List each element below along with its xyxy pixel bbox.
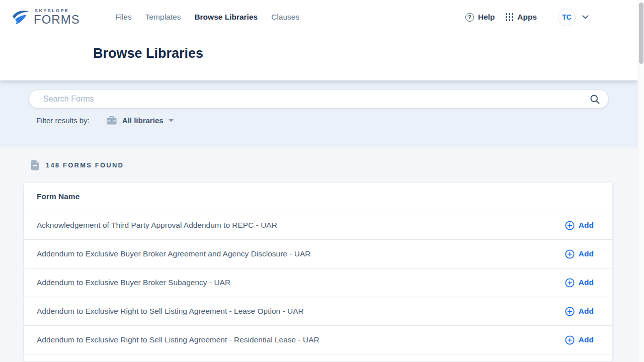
results-section: 148 FORMS FOUND Form Name Acknowledgemen… [0,147,638,362]
scrollbar[interactable] [638,0,644,362]
add-label: Add [579,249,594,258]
add-form-button[interactable]: Add [565,278,594,288]
table-row: Addendum to Exclusive Buyer Broker Agree… [24,239,612,268]
search-icon [590,94,600,105]
nav-item-browse-libraries[interactable]: Browse Libraries [194,13,258,22]
plus-circle-icon [565,335,575,345]
form-name: Addendum to Exclusive Right to Sell List… [37,307,304,316]
nav-item-templates[interactable]: Templates [145,13,181,22]
search-bar [29,89,609,109]
add-label: Add [579,221,594,230]
results-count-row: 148 FORMS FOUND [31,160,638,170]
form-name: Acknowledgement of Third Party Approval … [37,221,277,230]
apps-label: Apps [517,13,537,22]
table-row: Addendum to Exclusive Right to Sell List… [24,297,612,325]
page: SKYSLOPE FORMS Files Templates Browse Li… [0,0,638,362]
form-name: Addendum to Exclusive Right to Sell List… [37,335,319,344]
header-actions: ? Help Apps TC [465,9,589,26]
app-header: SKYSLOPE FORMS Files Templates Browse Li… [0,0,638,80]
apps-button[interactable]: Apps [506,13,537,22]
table-column-header: Form Name [24,183,612,211]
filter-label: Filter results by: [36,116,90,125]
document-icon [31,160,39,170]
user-avatar[interactable]: TC [558,9,576,26]
add-form-button[interactable]: Add [565,335,594,345]
add-form-button[interactable]: Add [565,221,594,230]
search-input[interactable] [43,95,590,104]
main-nav: Files Templates Browse Libraries Clauses [115,13,299,22]
search-section: Filter results by: All libraries [0,80,638,147]
nav-item-clauses[interactable]: Clauses [271,13,299,22]
briefcase-icon [107,116,117,125]
search-submit[interactable] [590,94,600,105]
filter-row: Filter results by: All libraries [36,116,638,125]
table-row: Addendum to Exclusive Buyer Broker Subag… [24,268,612,297]
help-label: Help [478,13,495,22]
header-top-bar: SKYSLOPE FORMS Files Templates Browse Li… [0,0,638,34]
logo-text: SKYSLOPE FORMS [34,9,80,26]
page-title: Browse Libraries [93,46,638,61]
plus-circle-icon [565,221,575,230]
add-form-button[interactable]: Add [565,249,594,259]
plus-circle-icon [565,278,575,288]
account-menu-button[interactable] [582,15,589,19]
form-name: Addendum to Exclusive Buyer Broker Agree… [37,249,310,258]
table-row: Acknowledgement of Third Party Approval … [24,211,612,239]
skyslope-swoosh-icon [11,9,31,27]
add-form-button[interactable]: Add [565,307,594,316]
table-row-partial [24,354,612,361]
nav-item-files[interactable]: Files [115,13,132,22]
library-filter-dropdown[interactable]: All libraries [122,116,164,125]
form-name: Addendum to Exclusive Buyer Broker Subag… [37,278,230,287]
scrollbar-thumb[interactable] [639,3,643,64]
chevron-down-icon [582,15,589,19]
add-label: Add [579,307,594,316]
plus-circle-icon [565,307,575,316]
help-icon: ? [465,13,474,22]
caret-down-icon[interactable] [169,119,174,122]
plus-circle-icon [565,249,575,259]
logo-bottom-label: FORMS [34,14,80,26]
results-count-label: 148 FORMS FOUND [46,161,124,169]
help-button[interactable]: ? Help [465,13,495,22]
forms-table: Form Name Acknowledgement of Third Party… [24,183,612,361]
skyslope-forms-logo[interactable]: SKYSLOPE FORMS [11,8,94,27]
table-row: Addendum to Exclusive Right to Sell List… [24,325,612,354]
add-label: Add [579,278,594,287]
apps-grid-icon [506,13,514,21]
add-label: Add [579,335,594,344]
